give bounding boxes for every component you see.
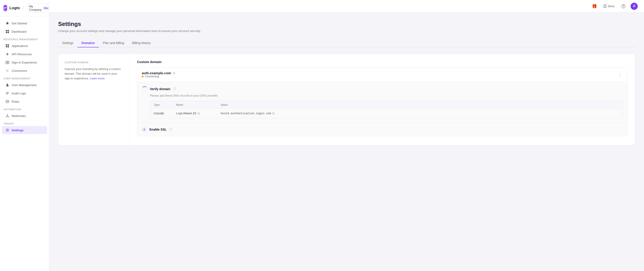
sidebar-item-roles[interactable]: Roles (2, 98, 47, 106)
sidebar-item-webhooks[interactable]: Webhooks (2, 112, 47, 120)
sidebar-item-label: Applications (12, 44, 28, 48)
svg-rect-3 (6, 32, 7, 33)
sidebar-item-label: Webhooks (12, 114, 26, 118)
get-started-icon (5, 21, 10, 25)
help-icon[interactable] (620, 3, 627, 10)
sidebar-header: Logto | My Company Dev ▾ (0, 0, 49, 16)
sidebar-item-connectors[interactable]: Connectors (2, 67, 47, 75)
tab-domains[interactable]: Domains (78, 39, 99, 48)
sidebar-item-label: Roles (12, 100, 20, 103)
sidebar-item-api-resources[interactable]: API Resources (2, 50, 47, 58)
applications-icon (5, 44, 10, 48)
svg-rect-4 (8, 32, 9, 33)
ssl-section: 2 Enable SSL ⓘ (137, 123, 628, 136)
sidebar-item-label: API Resources (12, 52, 32, 56)
domain-header: auth.example.com ⧉ Connecting ⋮ (137, 68, 628, 82)
sidebar-item-audit-logs[interactable]: Audit Logs (2, 89, 47, 97)
sidebar-item-label: Get Started (12, 22, 27, 25)
card-description: Improve your branding by utilizing a cus… (64, 67, 124, 81)
tab-plan-billing[interactable]: Plan and billing (99, 39, 128, 48)
copy-name-icon[interactable]: ⧉ (198, 112, 200, 116)
docs-label: Docs (608, 4, 614, 8)
sidebar-item-label: User Management (12, 84, 36, 87)
loading-spinner (142, 86, 147, 92)
domain-box: auth.example.com ⧉ Connecting ⋮ (137, 67, 628, 136)
dns-table-header: Type Name Value (150, 101, 623, 109)
section-automation: Automation (0, 106, 49, 112)
sidebar-nav: Get Started Dashboard Resource Managemen… (0, 16, 49, 271)
avatar[interactable]: Й (630, 3, 638, 10)
dns-col-value: Value (221, 103, 619, 106)
domain-status: Connecting (145, 75, 159, 78)
content-area: Settings Change your account settings an… (49, 12, 644, 271)
topbar: 🎁 Docs Й (49, 0, 644, 12)
domain-name: auth.example.com (142, 71, 171, 75)
ssl-info-icon[interactable]: ⓘ (169, 128, 172, 132)
copy-value-icon[interactable]: ⧉ (272, 112, 274, 116)
org-badge: Dev (43, 7, 49, 10)
docs-button[interactable]: Docs (602, 3, 616, 9)
sign-in-icon (5, 60, 10, 64)
dashboard-icon (5, 30, 10, 34)
dns-col-name: Name (176, 103, 221, 106)
roles-icon (5, 100, 10, 104)
section-tenant: Tenant (0, 120, 49, 126)
dns-type: CNAME (154, 112, 176, 115)
dns-table-row: CNAME LogtoNameLID ⧉ hostd-authenticatio… (150, 109, 623, 118)
svg-rect-8 (8, 46, 9, 48)
user-management-icon (5, 83, 10, 87)
org-name: My Company (29, 5, 42, 12)
logo-icon (4, 5, 7, 11)
section-user-management: User Management (0, 75, 49, 81)
svg-point-9 (7, 54, 8, 55)
status-dot (142, 76, 144, 77)
verify-section: Verify domain ⓘ Please add these DNS rec… (137, 82, 628, 123)
ssl-step-badge: 2 (142, 127, 147, 132)
custom-domain-card: Custom Domain Improve your branding by u… (58, 54, 635, 145)
verify-description: Please add these DNS records to your DNS… (150, 94, 623, 97)
sidebar-item-settings[interactable]: Settings (2, 126, 47, 134)
sidebar: Logto | My Company Dev ▾ Get Started Das… (0, 0, 49, 271)
card-left-panel: Custom Domain Improve your branding by u… (58, 54, 130, 145)
tab-billing-history[interactable]: Billing history (128, 39, 154, 48)
svg-rect-2 (8, 30, 9, 31)
page-title: Settings (58, 20, 635, 28)
svg-rect-0 (4, 6, 7, 10)
info-icon[interactable]: ⓘ (173, 87, 176, 91)
domain-label: Custom domain (137, 60, 628, 64)
copy-domain-icon[interactable]: ⧉ (173, 71, 175, 75)
ssl-title: Enable SSL (149, 128, 166, 131)
svg-rect-1 (6, 30, 7, 31)
sidebar-item-label: Dashboard (12, 30, 26, 33)
sidebar-item-applications[interactable]: Applications (2, 42, 47, 50)
verify-title: Verify domain (150, 87, 170, 91)
sidebar-item-label: Connectors (12, 69, 27, 72)
api-resources-icon (5, 52, 10, 56)
status-row: Connecting (142, 75, 175, 78)
tabs: Settings Domains Plan and billing Billin… (58, 39, 635, 48)
sidebar-item-sign-in-experience[interactable]: Sign-in Experience (2, 58, 47, 66)
sidebar-item-label: Sign-in Experience (12, 61, 37, 64)
sidebar-item-get-started[interactable]: Get Started (2, 19, 47, 27)
connectors-icon (5, 69, 10, 73)
more-options-icon[interactable]: ⋮ (617, 71, 623, 78)
dns-value: hostd-authentication.logto.com (221, 112, 271, 115)
svg-rect-7 (6, 46, 7, 48)
sidebar-item-user-management[interactable]: User Management (2, 81, 47, 89)
page-description: Change your account settings and manage … (58, 29, 635, 33)
verify-header: Verify domain ⓘ (142, 86, 623, 92)
logo-text: Logto (10, 6, 20, 10)
svg-point-17 (622, 4, 625, 8)
learn-more-link[interactable]: Learn more (90, 77, 105, 80)
dns-value-cell: hostd-authentication.logto.com ⧉ (221, 112, 619, 116)
gift-icon[interactable]: 🎁 (591, 3, 598, 10)
svg-rect-6 (8, 44, 9, 46)
card-section-title: Custom Domain (64, 61, 124, 64)
sidebar-item-dashboard[interactable]: Dashboard (2, 28, 47, 36)
tab-settings[interactable]: Settings (58, 39, 78, 48)
settings-icon (5, 128, 10, 132)
section-resource-management: Resource Management (0, 36, 49, 42)
dns-col-type: Type (154, 103, 176, 106)
card-right-panel: Custom domain auth.example.com ⧉ Connect… (130, 54, 635, 145)
dns-name-cell: LogtoNameLID ⧉ (176, 112, 221, 116)
